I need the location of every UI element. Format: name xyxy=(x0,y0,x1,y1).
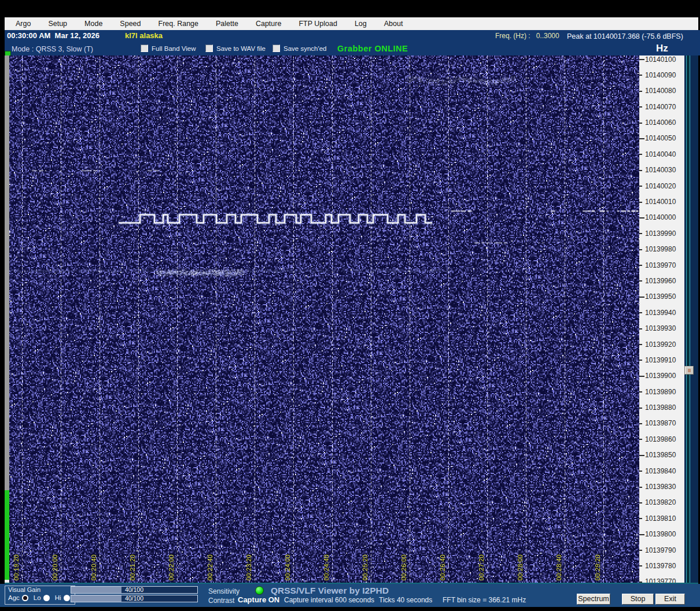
checkbox-box-icon[interactable] xyxy=(141,45,148,52)
freq-tick-label: 10139920 xyxy=(645,341,676,349)
freq-tick-mark xyxy=(639,376,644,377)
time-tick-label: 00:28:40 xyxy=(555,554,562,580)
freq-tick-mark xyxy=(639,217,644,219)
scrollbar-track[interactable] xyxy=(686,55,690,584)
freq-tick-label: 10140040 xyxy=(645,151,676,158)
freq-tick-mark xyxy=(639,170,642,171)
freq-tick-mark xyxy=(639,471,642,472)
freq-tick-mark xyxy=(639,487,642,488)
freq-tick-label: 10139810 xyxy=(645,515,676,523)
sensitivity-label: Sensitivity xyxy=(208,587,240,595)
menu-item-setup[interactable]: Setup xyxy=(39,20,76,28)
capture-interval-label: Capture interval 600 seconds xyxy=(284,596,374,604)
capture-progress-bar xyxy=(5,55,9,584)
freq-tick-label: 10139800 xyxy=(645,531,676,538)
radio-agc[interactable] xyxy=(22,595,28,601)
freq-tick-mark xyxy=(639,344,642,345)
sensitivity-slider[interactable]: 40/100 xyxy=(71,586,198,594)
freq-tick-label: 10140050 xyxy=(645,135,676,142)
freq-tick-mark xyxy=(639,328,642,329)
menu-item-freq-range[interactable]: Freq. Range xyxy=(150,20,207,28)
exit-button[interactable]: Exit xyxy=(655,594,685,605)
checkbox-save-synch-ed[interactable]: Save synch'ed xyxy=(272,45,326,52)
time-tick-label: 00:27:20 xyxy=(478,554,485,580)
capture-progress-fill xyxy=(5,490,9,580)
checkbox-box-icon[interactable] xyxy=(205,45,213,52)
freq-tick-label: 10139970 xyxy=(645,262,676,269)
radio-hi[interactable] xyxy=(64,595,70,601)
time-tick-label: 00:25:20 xyxy=(362,554,369,580)
freq-tick-mark xyxy=(639,265,642,266)
freq-tick-mark xyxy=(639,408,642,409)
freq-tick-label: 10140020 xyxy=(645,183,676,190)
time-tick-label: 00:26:40 xyxy=(439,554,446,580)
freq-tick-label: 10140030 xyxy=(645,166,676,174)
menu-item-about[interactable]: About xyxy=(375,20,412,28)
time-tick-label: 00:19:20 xyxy=(13,554,20,580)
radio-lo[interactable] xyxy=(43,595,50,601)
time-tick-label: 00:24:00 xyxy=(284,554,291,580)
freq-tick-label: 10140080 xyxy=(645,87,676,95)
fft-bin-label: FFT bin size = 366.21 mHz xyxy=(443,596,526,604)
time-tick-label: 00:23:20 xyxy=(245,554,252,580)
menu-item-capture[interactable]: Capture xyxy=(247,20,290,28)
freq-tick-mark xyxy=(639,123,642,124)
freq-tick-label: 10140010 xyxy=(645,198,676,206)
ticks-label: Ticks 40 seconds xyxy=(379,596,432,604)
contrast-value: 40/100 xyxy=(71,595,197,602)
thumb-grip-icon xyxy=(688,369,691,372)
bottom-control-bar: Visual Gain AgcLoHi 40/100 40/100 Sensit… xyxy=(0,584,700,607)
menu-item-log[interactable]: Log xyxy=(346,20,375,28)
freq-tick-label: 10139830 xyxy=(645,483,676,491)
radio-label-hi: Hi xyxy=(55,594,61,601)
clock-datetime: 00:30:00 AM Mar 12, 2026 xyxy=(7,31,100,40)
time-tick-label: 00:29:20 xyxy=(594,554,601,580)
scrollbar-thumb[interactable] xyxy=(684,366,694,375)
freq-tick-mark xyxy=(639,565,642,566)
freq-tick-label: 10139910 xyxy=(645,357,676,364)
freq-tick-mark xyxy=(639,518,642,519)
freq-tick-mark xyxy=(639,423,642,424)
menu-item-palette[interactable]: Palette xyxy=(207,20,247,28)
freq-tick-label: 10140060 xyxy=(645,119,676,127)
radio-label-agc: Agc xyxy=(8,594,20,601)
freq-tick-label: 10139780 xyxy=(645,562,676,570)
time-tick-label: 00:22:40 xyxy=(207,554,213,580)
waterfall-area: 00:19:2000:20:0000:20:4000:21:2000:22:00… xyxy=(9,55,639,584)
freq-tick-mark xyxy=(639,455,644,456)
freq-tick-label: 10139880 xyxy=(645,404,676,412)
title-bar: 00:30:00 AM Mar 12, 2026 kl7l alaska Fre… xyxy=(5,30,700,42)
freq-tick-mark xyxy=(639,280,642,282)
sensitivity-value: 40/100 xyxy=(71,587,197,593)
freq-tick-label: 10139850 xyxy=(645,451,676,459)
capture-status: Capture ON xyxy=(238,595,279,604)
checkbox-save-to-wav-file[interactable]: Save to WAV file xyxy=(205,45,266,52)
freq-tick-mark xyxy=(639,439,642,440)
checkbox-box-icon[interactable] xyxy=(272,45,280,52)
freq-tick-mark xyxy=(639,534,644,535)
menu-bar: ArgoSetupModeSpeedFreq. RangePaletteCapt… xyxy=(5,17,698,30)
visual-gain-radios: AgcLoHi xyxy=(8,594,75,601)
menu-item-argo[interactable]: Argo xyxy=(7,20,39,28)
visual-gain-group: Visual Gain AgcLoHi xyxy=(5,586,75,605)
time-tick-label: 00:26:00 xyxy=(400,554,407,580)
freq-tick-label: 10140100 xyxy=(645,56,676,64)
peak-readout: Peak at 10140017.368 (-75.6 dBFS) xyxy=(567,32,683,40)
menu-item-speed[interactable]: Speed xyxy=(111,20,149,28)
freq-tick-label: 10139890 xyxy=(645,388,676,396)
mode-label: Mode : QRSS 3, Slow (T) xyxy=(12,45,93,53)
freq-tick-label: 10140090 xyxy=(645,72,676,79)
menu-item-ftp-upload[interactable]: FTP Upload xyxy=(290,20,345,28)
freq-tick-label: 10140070 xyxy=(645,103,676,111)
freq-tick-label: 10139860 xyxy=(645,436,676,443)
checkbox-full-band-view[interactable]: Full Band View xyxy=(141,45,196,52)
menu-item-mode[interactable]: Mode xyxy=(76,20,111,28)
spectrum-button[interactable]: Spectrum xyxy=(577,594,610,605)
frequency-scale: 1014010010140090101400801014007010140060… xyxy=(639,55,684,584)
hz-axis-title: Hz xyxy=(656,43,668,54)
waterfall-spectrogram[interactable] xyxy=(9,55,639,584)
stop-button[interactable]: Stop xyxy=(622,594,654,605)
freq-tick-label: 10139980 xyxy=(645,246,676,253)
contrast-slider[interactable]: 40/100 xyxy=(71,595,198,602)
freq-tick-label: 10140000 xyxy=(645,214,676,221)
